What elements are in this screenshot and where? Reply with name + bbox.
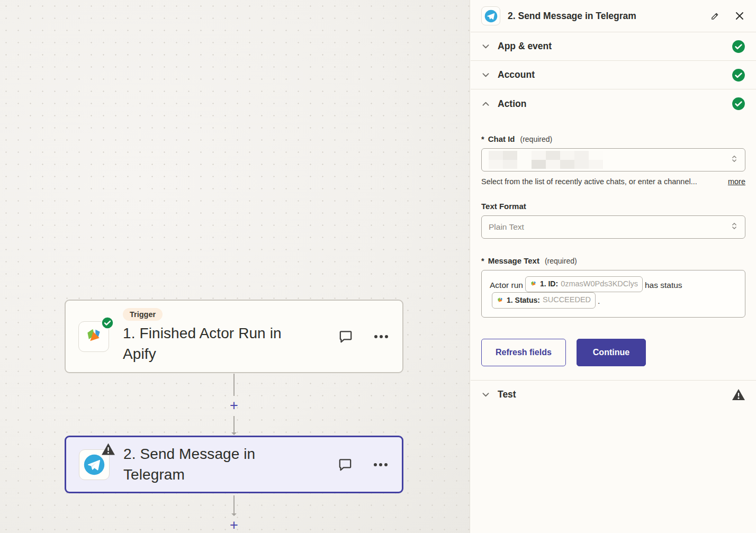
step-menu-button[interactable] <box>373 333 390 340</box>
section-label: Account <box>498 69 732 80</box>
step-title: 2. Send Message in Telegram <box>123 444 311 485</box>
section-action[interactable]: Action <box>471 89 756 118</box>
section-label: Test <box>498 389 732 400</box>
required-asterisk: * <box>481 257 484 265</box>
zap-editor: Trigger 1. Finished Actor Run in Apify + <box>0 0 756 533</box>
required-note: (required) <box>545 257 577 265</box>
apify-icon <box>83 326 104 347</box>
chat-id-helper-text: Select from the list of recently active … <box>481 177 721 186</box>
add-step-button[interactable]: + <box>227 399 241 412</box>
chat-id-label: Chat Id <box>488 134 515 143</box>
chat-id-select[interactable] <box>481 148 745 171</box>
add-note-button[interactable] <box>336 456 354 474</box>
mapped-field-token-status[interactable]: 1. Status:SUCCEEDED <box>492 292 596 308</box>
more-link[interactable]: more <box>728 177 745 186</box>
add-note-button[interactable] <box>337 328 355 346</box>
close-icon <box>735 11 744 21</box>
pencil-icon <box>710 11 720 21</box>
chevron-down-icon <box>481 70 490 79</box>
step-menu-button[interactable] <box>372 462 389 468</box>
required-asterisk: * <box>481 135 484 143</box>
section-complete-icon <box>732 68 745 82</box>
token-label: 1. ID: <box>540 277 558 291</box>
connector-arrow <box>233 495 235 514</box>
section-warning-icon <box>732 388 745 401</box>
text-format-select[interactable]: Plain Text <box>481 215 745 239</box>
ellipsis-icon <box>374 335 389 339</box>
telegram-app-tile <box>79 449 110 480</box>
comment-bubble-icon <box>337 457 353 473</box>
chevron-down-icon <box>481 42 490 51</box>
select-stepper-icon <box>730 222 739 231</box>
apify-icon <box>529 280 537 288</box>
redacted-chat-id-value <box>489 151 603 169</box>
section-app-event[interactable]: App & event <box>471 32 756 61</box>
rename-step-button[interactable] <box>709 10 721 22</box>
add-step-button[interactable]: + <box>227 518 241 532</box>
panel-title: 2. Send Message in Telegram <box>508 11 709 22</box>
text-format-label: Text Format <box>481 202 745 211</box>
message-text-label: Message Text <box>488 256 539 265</box>
section-label: App & event <box>498 41 732 52</box>
step-card-trigger[interactable]: Trigger 1. Finished Actor Run in Apify <box>65 300 403 373</box>
section-label: Action <box>498 98 732 110</box>
trigger-badge: Trigger <box>123 308 163 321</box>
chevron-down-icon <box>481 390 490 399</box>
step-title: 1. Finished Actor Run in Apify <box>123 323 311 364</box>
message-text-segment: . <box>598 297 600 306</box>
token-label: 1. Status: <box>507 294 540 307</box>
message-text-segment: Actor run <box>490 281 523 290</box>
ellipsis-icon <box>373 463 388 467</box>
chevron-up-icon <box>481 100 490 109</box>
section-complete-icon <box>732 97 745 111</box>
section-test[interactable]: Test <box>471 380 756 409</box>
connector-line <box>233 374 235 396</box>
apify-icon <box>496 296 504 304</box>
step-card-action[interactable]: 2. Send Message in Telegram <box>65 436 403 493</box>
telegram-app-tile <box>481 6 500 25</box>
action-form: * Chat Id (required) Select from the lis… <box>471 118 756 366</box>
section-account[interactable]: Account <box>471 61 756 89</box>
token-value: 0zmasW0Pds3KDClys <box>561 277 638 291</box>
apify-app-tile <box>78 321 109 352</box>
close-panel-button[interactable] <box>734 10 745 22</box>
token-value: SUCCEEDED <box>543 293 591 306</box>
step-config-panel: 2. Send Message in Telegram <box>471 0 756 533</box>
panel-header: 2. Send Message in Telegram <box>471 0 756 32</box>
step-success-badge-icon <box>101 317 114 329</box>
section-complete-icon <box>732 40 745 53</box>
select-stepper-icon <box>730 155 739 164</box>
refresh-fields-button[interactable]: Refresh fields <box>481 339 566 366</box>
telegram-icon <box>484 9 498 23</box>
required-note: (required) <box>520 135 553 143</box>
telegram-icon <box>83 453 106 476</box>
connector-arrow <box>233 416 235 433</box>
text-format-value: Plain Text <box>489 222 524 232</box>
continue-button[interactable]: Continue <box>577 339 646 366</box>
message-text-editor[interactable]: Actor run1. ID:0zmasW0Pds3KDClyshas stat… <box>481 270 745 318</box>
step-warning-badge-icon <box>101 442 115 456</box>
workflow-canvas[interactable]: Trigger 1. Finished Actor Run in Apify + <box>0 0 470 533</box>
mapped-field-token-id[interactable]: 1. ID:0zmasW0Pds3KDClys <box>525 276 643 292</box>
comment-bubble-icon <box>338 329 354 345</box>
message-text-segment: has status <box>645 281 682 290</box>
